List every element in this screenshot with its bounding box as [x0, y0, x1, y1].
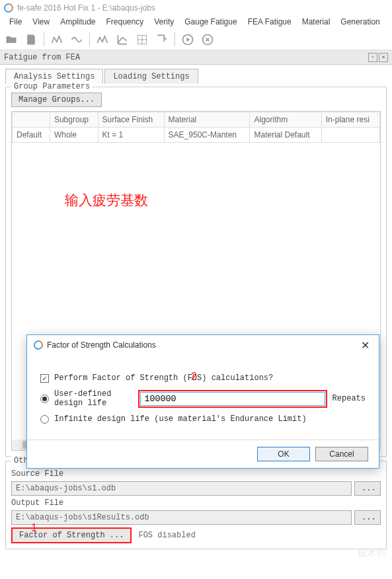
dialog-body: Perform Factor of Strength (FOS) calcula…: [27, 355, 379, 433]
infinite-life-radio[interactable]: [40, 415, 49, 424]
open-icon[interactable]: [3, 31, 20, 48]
fos-dialog: Factor of Strength Calculations ✕ Perfor…: [26, 334, 379, 469]
panel-title: Fatigue from FEA: [4, 53, 80, 62]
separator-icon: [89, 32, 90, 47]
menu-frequency[interactable]: Frequency: [102, 16, 148, 29]
user-defined-label: User-defined design life: [54, 389, 133, 408]
cell-rowhead: Default: [13, 128, 50, 143]
tab-loading-settings[interactable]: Loading Settings: [104, 69, 198, 84]
design-life-input[interactable]: [140, 392, 325, 406]
dialog-title-text: Factor of Strength Calculations: [47, 340, 156, 350]
output-file-label: Output File: [11, 498, 381, 508]
annotation-text: 输入疲劳基数: [65, 191, 148, 210]
annotation-2: 2: [191, 371, 197, 383]
menu-bar: File View Amplitude Frequency Verity Gau…: [0, 16, 392, 29]
col-algorithm[interactable]: Algorithm: [250, 112, 321, 128]
menu-verity[interactable]: Verity: [150, 16, 178, 29]
dialog-titlebar[interactable]: Factor of Strength Calculations ✕: [27, 335, 379, 355]
dialog-logo-icon: [32, 338, 44, 351]
menu-view[interactable]: View: [28, 16, 54, 29]
col-subgroup[interactable]: Subgroup: [50, 112, 98, 128]
perform-fos-label: Perform Factor of Strength (FOS) calcula…: [54, 373, 273, 383]
browse-output-button[interactable]: ...: [354, 510, 381, 525]
annotation-1: 1: [31, 522, 37, 534]
grid-icon[interactable]: [134, 31, 151, 48]
ok-button[interactable]: OK: [257, 447, 310, 461]
factor-of-strength-button[interactable]: Factor of Strength ...: [11, 527, 132, 543]
close-panel-icon[interactable]: ✕: [379, 53, 388, 62]
perform-fos-checkbox[interactable]: [40, 374, 49, 383]
undock-icon[interactable]: ▫: [368, 53, 377, 62]
save-icon[interactable]: [22, 31, 40, 48]
play-icon[interactable]: [179, 31, 196, 48]
menu-fea-fatigue[interactable]: FEA Fatigue: [244, 16, 295, 29]
cell-algorithm[interactable]: Material Default: [250, 128, 321, 143]
menu-gauge-fatigue[interactable]: Gauge Fatigue: [180, 16, 241, 29]
col-material[interactable]: Material: [164, 112, 250, 128]
table-row[interactable]: Default Whole Kt = 1 SAE_950C-Manten Mat…: [13, 128, 380, 143]
watermark: 技术邻: [358, 547, 385, 559]
browse-source-button[interactable]: ...: [354, 481, 381, 496]
chart-icon[interactable]: [114, 31, 131, 48]
title-bar: fe-safe 2016 Hot Fix 1 - E:\abaqus-jobs: [0, 0, 392, 16]
toolbar: [0, 29, 392, 50]
col-surface-finish[interactable]: Surface Finish: [98, 112, 164, 128]
other-options-fieldset: Other Options Source File E:\abaqus-jobs…: [5, 461, 387, 549]
menu-amplitude[interactable]: Amplitude: [56, 16, 99, 29]
user-defined-radio[interactable]: [40, 395, 49, 403]
dialog-close-icon[interactable]: ✕: [358, 339, 372, 352]
source-file-label: Source File: [11, 469, 381, 479]
cell-surface[interactable]: Kt = 1: [98, 128, 164, 143]
table-header-row: Subgroup Surface Finish Material Algorit…: [13, 112, 380, 128]
infinite-life-label: Infinite design life (use material's End…: [54, 414, 307, 424]
signal2-icon[interactable]: [68, 31, 85, 48]
stop-icon[interactable]: [199, 31, 216, 48]
cell-subgroup[interactable]: Whole: [50, 128, 98, 143]
separator-icon: [175, 32, 175, 47]
signal1-icon[interactable]: [48, 31, 65, 48]
panel-body: Analysis Settings Loading Settings Group…: [0, 65, 392, 557]
col-blank: [13, 112, 50, 128]
menu-material[interactable]: Material: [298, 16, 334, 29]
source-file-field[interactable]: E:\abaqus-jobs\s1.odb: [11, 481, 352, 496]
col-inplane[interactable]: In-plane resi: [321, 112, 379, 128]
group-legend: Group Parameters: [11, 82, 93, 91]
repeats-label: Repeats: [333, 394, 366, 403]
separator-icon: [44, 32, 44, 47]
menu-file[interactable]: File: [5, 16, 26, 29]
output-file-field[interactable]: E:\abaqus-jobs\s1Results.odb: [11, 510, 352, 525]
cancel-button[interactable]: Cancel: [315, 447, 368, 461]
edit-icon[interactable]: [153, 31, 171, 48]
app-logo-icon: [2, 1, 15, 14]
cell-inplane[interactable]: [321, 128, 379, 143]
panel-header: Fatigue from FEA ▫ ✕: [0, 50, 392, 65]
window-title: fe-safe 2016 Hot Fix 1 - E:\abaqus-jobs: [17, 3, 155, 13]
signal3-icon[interactable]: [94, 31, 111, 48]
menu-generation[interactable]: Generation: [336, 16, 383, 29]
manage-groups-button[interactable]: Manage Groups...: [11, 93, 102, 107]
cell-material[interactable]: SAE_950C-Manten: [164, 128, 250, 143]
fos-status-text: FOS disabled: [138, 531, 195, 540]
